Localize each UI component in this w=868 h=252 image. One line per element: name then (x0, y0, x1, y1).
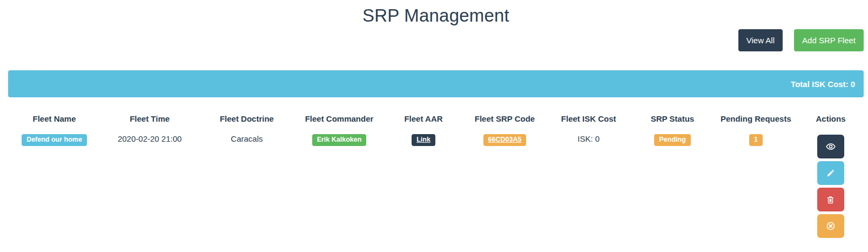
total-isk-cost-label: Total ISK Cost: 0 (791, 79, 855, 89)
table-header-row: Fleet Name Fleet Time Fleet Doctrine Fle… (8, 109, 864, 128)
col-header-fleet-srp-code: Fleet SRP Code (463, 109, 547, 128)
col-header-actions: Actions (798, 109, 864, 128)
fleet-time-value: 2020-02-20 21:00 (100, 128, 199, 242)
cancel-fleet-button[interactable] (817, 214, 844, 238)
col-header-fleet-aar: Fleet AAR (383, 109, 463, 128)
actions-stack (800, 134, 862, 238)
srp-status-badge: Pending (654, 134, 690, 146)
fleet-doctrine-value: Caracals (199, 128, 294, 242)
col-header-fleet-name: Fleet Name (8, 109, 100, 128)
fleet-aar-link[interactable]: Link (412, 134, 435, 146)
col-header-srp-status: SRP Status (631, 109, 714, 128)
view-all-button[interactable]: View All (738, 29, 783, 51)
fleet-srp-code-link[interactable]: 66CD03A5 (483, 134, 527, 146)
table-row: Defend our home 2020-02-20 21:00 Caracal… (8, 128, 864, 242)
add-srp-fleet-button[interactable]: Add SRP Fleet (794, 29, 864, 51)
delete-fleet-button[interactable] (817, 188, 844, 211)
col-header-fleet-doctrine: Fleet Doctrine (199, 109, 294, 128)
toolbar: View All Add SRP Fleet (8, 29, 864, 51)
page-title: SRP Management (8, 0, 864, 26)
pending-requests-badge: 1 (749, 134, 763, 146)
times-circle-icon (826, 221, 836, 231)
col-header-fleet-isk-cost: Fleet ISK Cost (546, 109, 631, 128)
page-container: SRP Management View All Add SRP Fleet To… (0, 0, 868, 242)
srp-fleet-table: Fleet Name Fleet Time Fleet Doctrine Fle… (8, 109, 864, 242)
fleet-commander-badge: Erik Kalkoken (312, 134, 367, 146)
col-header-fleet-commander: Fleet Commander (295, 109, 384, 128)
col-header-pending-requests: Pending Requests (714, 109, 798, 128)
eye-icon (826, 142, 836, 151)
total-isk-cost-bar: Total ISK Cost: 0 (8, 70, 864, 97)
pencil-icon (826, 169, 835, 177)
fleet-isk-cost-value: ISK: 0 (546, 128, 631, 242)
trash-icon (826, 195, 835, 204)
col-header-fleet-time: Fleet Time (100, 109, 199, 128)
fleet-name-badge: Defend our home (22, 134, 87, 146)
edit-fleet-button[interactable] (817, 161, 844, 185)
view-fleet-button[interactable] (817, 135, 844, 158)
